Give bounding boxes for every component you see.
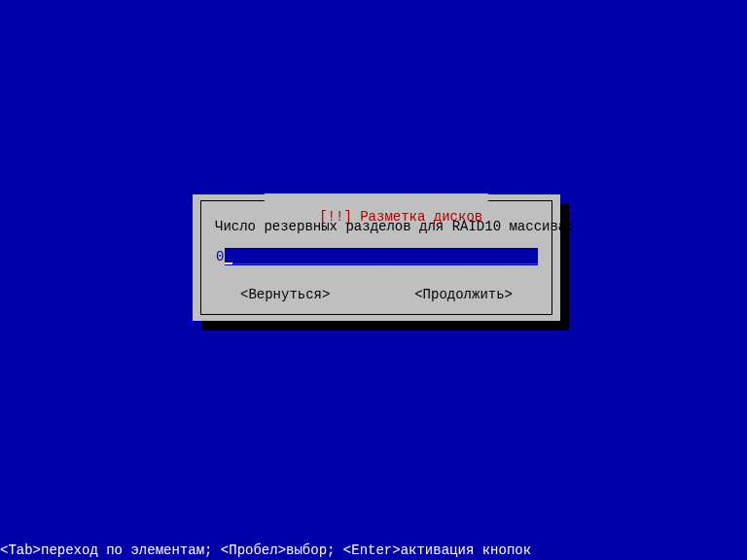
continue-button[interactable]: <Продолжить> <box>414 287 513 302</box>
spare-partitions-input[interactable]: 0 <box>215 248 538 265</box>
text-cursor-icon <box>225 250 232 264</box>
back-button[interactable]: <Вернуться> <box>240 287 330 302</box>
status-bar: <Tab>переход по элементам; <Пробел>выбор… <box>0 542 747 560</box>
input-value: 0 <box>215 248 225 265</box>
button-row: <Вернуться> <Продолжить> <box>215 287 538 302</box>
prompt-label: Число резервных разделов для RAID10 масс… <box>215 219 538 234</box>
input-fill <box>232 248 538 265</box>
dialog-partition-disks: [!!] Разметка дисков Число резервных раз… <box>193 194 560 321</box>
dialog-border: [!!] Разметка дисков Число резервных раз… <box>200 200 552 315</box>
